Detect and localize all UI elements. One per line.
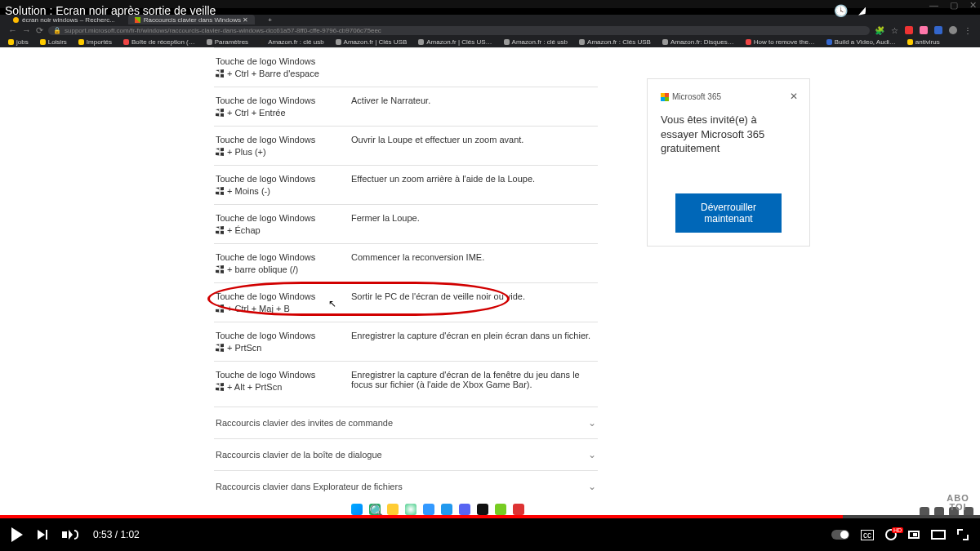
- promo-card: ✕ Microsoft 365 Vous êtes invité(e) à es…: [647, 78, 810, 247]
- bookmark-item[interactable]: Amazon.fr : Clés USB: [579, 38, 651, 46]
- accordion-label: Raccourcis clavier de la boîte de dialog…: [216, 450, 382, 460]
- extension-icon[interactable]: 🧩: [875, 26, 884, 35]
- accordion-label: Raccourcis clavier dans Explorateur de f…: [216, 482, 403, 491]
- app-icon[interactable]: [513, 504, 524, 515]
- nav-reload-icon[interactable]: ⟳: [36, 25, 43, 36]
- windows-logo-icon: [216, 69, 224, 78]
- extension-icon[interactable]: [920, 26, 928, 34]
- star-icon[interactable]: ☆: [891, 26, 898, 35]
- telegram-icon[interactable]: [441, 504, 452, 515]
- shortcut-keyname: Touche de logo Windows: [216, 213, 336, 223]
- bookmark-item[interactable]: Importés: [78, 38, 112, 46]
- shortcut-combo: + Ctrl + Barre d'espace: [216, 69, 336, 78]
- close-icon[interactable]: ✕: [790, 91, 798, 102]
- shortcut-keyname: Touche de logo Windows: [216, 56, 336, 66]
- promo-text: Vous êtes invité(e) à essayer Microsoft …: [661, 113, 796, 156]
- autoplay-toggle[interactable]: [831, 530, 849, 540]
- windows-logo-icon: [216, 344, 224, 352]
- bookmark-item[interactable]: Amazon.fr | Clés US…: [418, 38, 492, 46]
- promo-cta-button[interactable]: Déverrouiller maintenant: [675, 193, 782, 233]
- shortcut-row: Touche de logo Windows+ Ctrl + Maj + BSo…: [214, 282, 598, 322]
- theater-button[interactable]: [931, 530, 946, 540]
- video-title: Solution : Ecran noir après sortie de ve…: [5, 4, 216, 17]
- next-button[interactable]: [38, 530, 47, 540]
- play-button[interactable]: [11, 527, 23, 542]
- address-bar[interactable]: 🔒 support.microsoft.com/fr-fr/windows/ra…: [48, 26, 870, 35]
- shortcut-keyname: Touche de logo Windows: [216, 96, 336, 105]
- bookmark-item[interactable]: jobs: [8, 38, 29, 46]
- browser-window: écran noir windows – Recherc... Raccourc…: [0, 15, 980, 515]
- nav-back-icon[interactable]: ←: [8, 25, 17, 35]
- windows-logo-icon: [216, 265, 224, 273]
- bookmark-item[interactable]: How to remove the…: [746, 38, 815, 46]
- shortcut-keyname: Touche de logo Windows: [216, 331, 336, 340]
- accordion-label: Raccourcis clavier des invites de comman…: [216, 418, 393, 428]
- shortcut-combo: + Échap: [216, 225, 336, 235]
- url-text: support.microsoft.com/fr-fr/windows/racc…: [65, 26, 381, 35]
- mail-icon[interactable]: [423, 504, 434, 515]
- shortcut-combo: + Ctrl + Maj + B: [216, 304, 336, 313]
- terminal-icon[interactable]: [477, 504, 488, 515]
- watch-later-icon[interactable]: 🕓: [834, 4, 848, 17]
- windows-logo-icon: [216, 148, 224, 156]
- shortcut-row: Touche de logo Windows+ Moins (-)Effectu…: [214, 165, 598, 204]
- shortcut-row: Touche de logo Windows+ ÉchapFermer la L…: [214, 204, 598, 243]
- bookmark-item[interactable]: Amazon.fr : clé usb: [504, 38, 568, 46]
- bookmark-item[interactable]: Build a Video, Audi…: [826, 38, 896, 46]
- shortcut-desc: Enregistrer la capture d'écran en plein …: [351, 331, 596, 353]
- search-icon[interactable]: 🔍: [369, 504, 381, 515]
- bookmark-item[interactable]: Amazon.fr: Disques…: [662, 38, 734, 46]
- accordion-header[interactable]: Raccourcis clavier de la boîte de dialog…: [214, 438, 598, 470]
- miniplayer-button[interactable]: [908, 531, 920, 539]
- shortcut-row: Touche de logo Windows+ Plus (+)Ouvrir l…: [214, 126, 598, 165]
- shortcut-combo: + Moins (-): [216, 186, 336, 196]
- bookmark-item[interactable]: Amazon.fr : clé usb: [260, 38, 323, 46]
- window-maximize[interactable]: ▢: [950, 0, 958, 11]
- shortcut-row: Touche de logo Windows+ PrtScnEnregistre…: [214, 322, 598, 361]
- shortcut-combo: + Plus (+): [216, 147, 336, 157]
- extension-icon[interactable]: [934, 26, 942, 34]
- shortcut-row: Touche de logo Windows+ Ctrl + EntréeAct…: [214, 87, 598, 126]
- windows-logo-icon: [216, 226, 224, 234]
- shortcut-keyname: Touche de logo Windows: [216, 291, 336, 301]
- bookmark-item[interactable]: Boîte de réception (…: [123, 38, 195, 46]
- chevron-down-icon: ⌄: [588, 449, 596, 460]
- chrome-icon[interactable]: [405, 504, 416, 515]
- extension-icon[interactable]: [905, 26, 913, 34]
- lock-icon: 🔒: [53, 26, 61, 35]
- kebab-menu-icon[interactable]: ⋮: [964, 26, 972, 35]
- shortcut-desc: Fermer la Loupe.: [351, 213, 596, 235]
- profile-avatar[interactable]: [949, 26, 957, 34]
- channel-watermark[interactable]: ABOTOI: [942, 494, 973, 512]
- bookmark-item[interactable]: Loisirs: [40, 38, 67, 46]
- shortcut-desc: Commencer la reconversion IME.: [351, 252, 596, 274]
- app-icon[interactable]: [495, 504, 506, 515]
- settings-button[interactable]: [885, 529, 897, 540]
- windows-logo-icon: [216, 304, 224, 313]
- shortcut-desc: Activer le Narrateur.: [351, 96, 596, 118]
- cursor-icon: ↖: [328, 298, 336, 309]
- bookmark-item[interactable]: Amazon.fr | Clés USB: [336, 38, 408, 46]
- accordion-header[interactable]: Raccourcis clavier dans Explorateur de f…: [214, 470, 598, 502]
- page-content: Touche de logo Windows+ Ctrl + Barre d'e…: [0, 47, 980, 515]
- fullscreen-button[interactable]: [957, 529, 969, 540]
- discord-icon[interactable]: [459, 504, 470, 515]
- shortcut-row: Touche de logo Windows+ barre oblique (/…: [214, 243, 598, 282]
- share-icon[interactable]: [858, 6, 866, 15]
- start-icon[interactable]: [351, 504, 363, 515]
- window-close[interactable]: ✕: [969, 0, 977, 11]
- volume-button[interactable]: [62, 530, 78, 540]
- accordion-header[interactable]: Raccourcis clavier des invites de comman…: [214, 407, 598, 438]
- window-minimize[interactable]: —: [929, 0, 938, 11]
- windows-logo-icon: [216, 383, 224, 391]
- bookmark-item[interactable]: antivirus: [907, 38, 940, 46]
- shortcut-keyname: Touche de logo Windows: [216, 174, 336, 184]
- shortcut-desc: Sortir le PC de l'écran de veille noir o…: [351, 291, 596, 313]
- subtitles-button[interactable]: cc: [861, 530, 874, 540]
- bookmark-item[interactable]: Paramètres: [207, 38, 248, 46]
- bookmarks-bar: jobs Loisirs Importés Boîte de réception…: [0, 36, 980, 47]
- explorer-icon[interactable]: [387, 504, 399, 515]
- windows-logo-icon: [216, 187, 224, 195]
- shortcut-row: Touche de logo Windows+ Alt + PrtScnEnre…: [214, 361, 598, 400]
- shortcut-desc: Ouvrir la Loupe et effectuer un zoom ava…: [351, 135, 596, 157]
